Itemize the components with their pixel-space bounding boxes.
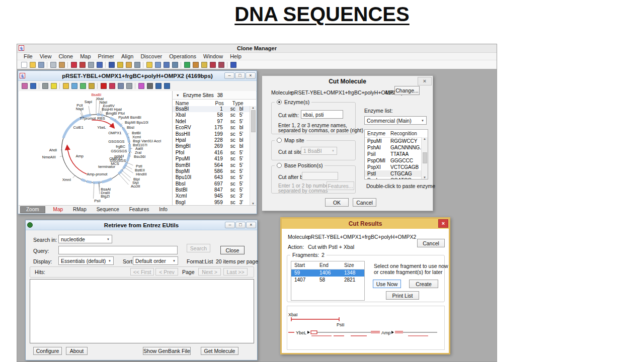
maximize-icon[interactable]: □ [235,222,246,228]
menu-discover[interactable]: Discover [137,53,166,59]
enzyme-list-scrollbar[interactable]: ▲ ▼ [421,137,428,179]
display-dropdown[interactable]: Essentials (default) ▼ [58,256,114,265]
features-button[interactable]: Features... [327,182,354,190]
enzyme-list-row[interactable]: PpuMIRGGWCCY [365,138,428,144]
zoom-view-icon[interactable] [171,61,179,69]
cut-icon[interactable] [20,82,29,90]
map-view-icon[interactable] [145,61,153,69]
cancel-button[interactable]: Cancel [417,239,445,247]
about-button[interactable]: About [66,347,88,355]
minimize-icon[interactable]: – [224,72,234,79]
enzyme-list-row[interactable]: PshAIGACNNNNG... [365,144,428,151]
enzyme-list-row[interactable]: PstICTGCAG [365,170,428,177]
find-sequence-icon[interactable] [107,61,116,69]
print-list-button[interactable]: Print List [386,291,419,300]
edit-icon[interactable] [108,82,116,90]
enzyme-site-row[interactable]: EcoRV175scbl [173,125,250,131]
enzyme-site-row[interactable]: PpuMI419sc5' [173,156,250,162]
enzyme-site-row[interactable]: PfoI416sc5' [173,150,250,156]
enzymes-radio[interactable] [277,100,282,105]
collect-icon[interactable] [200,61,208,69]
scroll-thumb[interactable] [251,110,256,132]
enzyme-site-row[interactable]: NdeI97sc5' [173,119,250,125]
maximize-icon[interactable]: □ [235,72,245,79]
close-icon[interactable]: × [438,219,448,228]
save-molecule-icon[interactable] [70,82,78,90]
align-sequences-icon[interactable] [124,61,133,69]
close-icon[interactable]: × [246,222,256,228]
features-view-icon[interactable] [162,61,171,69]
enzyme-operations-icon[interactable] [78,61,87,69]
pan-icon[interactable] [116,82,125,90]
primer-design-icon[interactable] [116,61,124,69]
configure-button[interactable]: Configure [33,347,62,355]
enzyme-list-row[interactable]: PspXIVCTCGAGB [365,164,428,170]
numbering-icon[interactable] [191,61,200,69]
plasmid-map[interactable]: BsaBIXbaINdeIEcoRVBssHII HpaIBmgBI PfoIS… [19,91,172,205]
enzyme-site-row[interactable]: BspMI586sc5' [173,168,250,174]
enzyme-list-dropdown[interactable]: Commercial (Main) ▼ [364,116,427,125]
scroll-down-icon[interactable]: ▼ [423,176,426,179]
tab-map[interactable]: Map [48,207,68,212]
discover-icon[interactable] [133,61,141,69]
menu-view[interactable]: View [36,53,55,59]
fragment-row[interactable]: 1407582821 [291,277,364,284]
tab-sequence[interactable]: Sequence [92,207,124,212]
menu-map[interactable]: Map [76,53,94,59]
enzyme-site-row[interactable]: BsaBI1scbl [173,106,250,112]
window-icon[interactable] [95,61,104,69]
enzyme-site-row[interactable]: BsmBI564sc5' [173,162,250,168]
zoom-out-icon[interactable] [163,82,171,90]
sparkle-icon[interactable] [137,82,145,90]
menu-file[interactable]: File [20,53,36,59]
next-page-button[interactable]: Next > [198,268,221,276]
sort-dropdown[interactable]: Default order ▼ [133,256,178,265]
enzyme-list-row[interactable]: PsiITTATAA [365,151,428,157]
export-icon[interactable] [57,61,66,69]
tab-features[interactable]: Features [124,207,154,212]
open-file-icon[interactable] [28,61,37,69]
close-icon[interactable]: × [418,77,432,85]
menu-window[interactable]: Window [200,53,226,59]
menu-operations[interactable]: Operations [166,53,200,59]
first-page-button[interactable]: << First [130,268,154,276]
enzyme-site-row[interactable]: XcmI945sc3' [173,193,250,199]
stamp-icon[interactable] [41,82,49,90]
query-input[interactable] [58,246,178,254]
enzyme-site-row[interactable]: BstBI847sc5' [173,187,250,193]
zoom-in-icon[interactable] [154,82,163,90]
enzyme-site-row[interactable]: Bpu10I643sc5' [173,174,250,180]
open-folder-icon[interactable] [61,82,70,90]
cut-results-titlebar[interactable]: Cut Results × [282,219,449,229]
close-icon[interactable]: × [246,72,256,79]
ligate-icon[interactable] [87,61,95,69]
enzyme-sites-header[interactable]: ▼ Enzyme Sites 38 [173,91,256,100]
prev-page-button[interactable]: < Prev [155,268,178,276]
show-genbank-button[interactable]: Show GenBank File [143,347,191,355]
tab-rmap[interactable]: RMap [68,207,92,212]
enzyme-site-row[interactable]: BmgBI269scbl [173,143,250,149]
fragment-row[interactable]: 5914061348 [291,269,364,277]
menu-align[interactable]: Align [118,53,137,59]
minimize-icon[interactable]: – [225,222,235,228]
enzyme-site-row[interactable]: BbsI697sc5' [173,181,250,187]
cut-molecule-titlebar[interactable]: Cut Molecule × [262,76,433,86]
enzyme-list-row[interactable]: PvuICGATCG [365,177,428,179]
cancel-button[interactable]: Cancel [353,198,376,207]
enzyme-site-row[interactable]: HpaI228scbl [173,137,250,143]
enzyme-list-icon[interactable] [183,61,191,69]
scroll-thumb[interactable] [423,152,427,163]
export-molecule-icon[interactable] [78,82,87,90]
run-icon[interactable] [87,82,96,90]
pen-icon[interactable] [29,82,37,90]
search-in-dropdown[interactable]: nucleotide ▼ [58,235,112,243]
tab-info[interactable]: Info [154,207,173,212]
last-page-button[interactable]: Last >> [223,268,248,276]
primer-icon[interactable] [145,82,154,90]
scroll-up-icon[interactable]: ▲ [423,137,426,140]
cut-after-input[interactable] [302,172,338,180]
enzyme-sites-scrollbar[interactable]: ▲ ▼ [250,106,256,205]
use-now-button[interactable]: Use Now [373,280,401,288]
save-icon[interactable] [37,61,45,69]
close-button[interactable]: Close [220,246,245,254]
